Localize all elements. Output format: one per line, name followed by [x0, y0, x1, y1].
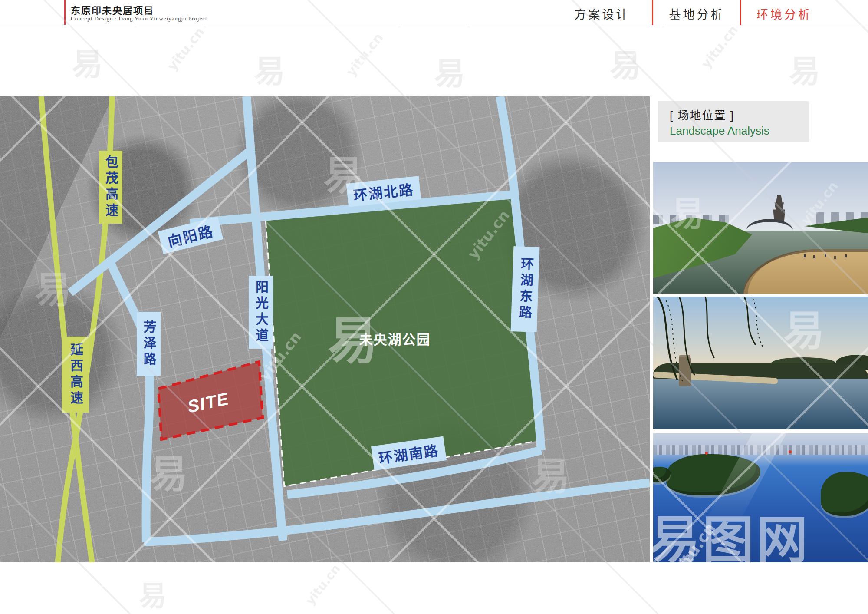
park-label: 未央湖公园 — [352, 329, 438, 348]
tab-site-analysis[interactable]: 基地分析 — [654, 6, 739, 23]
photo3-red-marker — [789, 450, 792, 453]
watermark-glyph: 易 — [434, 48, 465, 93]
watermark-glyph: 易 — [139, 573, 167, 613]
title-accent-bar — [64, 0, 66, 25]
section-label: [ 场地位置 ] — [670, 106, 809, 122]
road-label-yangguang: 阳光大道 — [249, 276, 273, 349]
road-label-huanhu-east: 环湖东路 — [511, 246, 540, 332]
watermark-glyph: 易 — [254, 46, 285, 91]
section-title-box: [ 场地位置 ] Landscape Analysis — [658, 101, 809, 142]
photo2-willow-branches — [653, 297, 783, 392]
watermark-glyph: 易 — [610, 40, 641, 86]
highway-label-baomao: 包茂高速 — [99, 151, 122, 224]
photo-lake-willow — [653, 297, 868, 429]
photo-river-promenade — [653, 162, 868, 294]
satellite-map: 包茂高速 延西高速 向阳路 芳泽路 阳光大道 环湖北路 环湖东路 环湖南路 未央… — [0, 96, 650, 562]
watermark-glyph: 易 — [789, 46, 820, 91]
watermark-url: yitu.cn — [698, 22, 741, 71]
tab-scheme-design[interactable]: 方案设计 — [560, 6, 644, 23]
road-fangze — [110, 262, 150, 542]
highway-label-yanxi: 延西高速 — [62, 337, 89, 413]
watermark-url: yitu.cn — [164, 24, 207, 73]
watermark-url: yitu.cn — [343, 30, 386, 79]
page-title: 东原印未央居项目 — [71, 3, 154, 17]
watermark-url: yitu.cn — [303, 562, 343, 608]
photo1-people-dots — [804, 254, 806, 257]
photo-aerial-lake — [653, 433, 868, 562]
tab-environment-analysis[interactable]: 环境分析 — [743, 6, 825, 23]
slide-page: 东原印未央居项目 Concept Design : Dong Yuan Yinw… — [0, 0, 868, 614]
map-overlay — [0, 96, 650, 562]
road-south-boundary — [144, 483, 650, 542]
photo3-red-marker — [705, 452, 708, 455]
tab-separator — [740, 0, 741, 25]
tab-separator — [652, 0, 653, 25]
section-title: Landscape Analysis — [670, 124, 809, 138]
watermark-glyph: 易 — [72, 38, 103, 84]
photo3-island — [821, 472, 868, 516]
page-subtitle: Concept Design : Dong Yuan Yinweiyangju … — [71, 15, 207, 22]
road-label-fangze: 芳泽路 — [137, 312, 161, 376]
header-divider — [0, 25, 868, 25]
